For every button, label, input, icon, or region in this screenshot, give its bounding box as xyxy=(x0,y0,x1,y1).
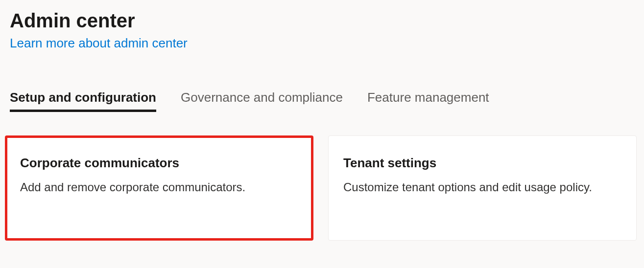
tab-feature-management[interactable]: Feature management xyxy=(367,90,489,111)
card-tenant-settings[interactable]: Tenant settings Customize tenant options… xyxy=(328,135,637,241)
card-title: Tenant settings xyxy=(343,156,621,171)
tab-bar: Setup and configuration Governance and c… xyxy=(10,90,644,111)
page-title: Admin center xyxy=(10,10,644,32)
card-description: Customize tenant options and edit usage … xyxy=(343,180,621,194)
cards-container: Corporate communicators Add and remove c… xyxy=(10,135,644,241)
card-description: Add and remove corporate communicators. xyxy=(20,180,298,194)
learn-more-link[interactable]: Learn more about admin center xyxy=(10,36,188,51)
card-title: Corporate communicators xyxy=(20,156,298,171)
tab-governance-compliance[interactable]: Governance and compliance xyxy=(181,90,343,111)
card-corporate-communicators[interactable]: Corporate communicators Add and remove c… xyxy=(5,135,313,241)
tab-setup-configuration[interactable]: Setup and configuration xyxy=(10,90,156,111)
